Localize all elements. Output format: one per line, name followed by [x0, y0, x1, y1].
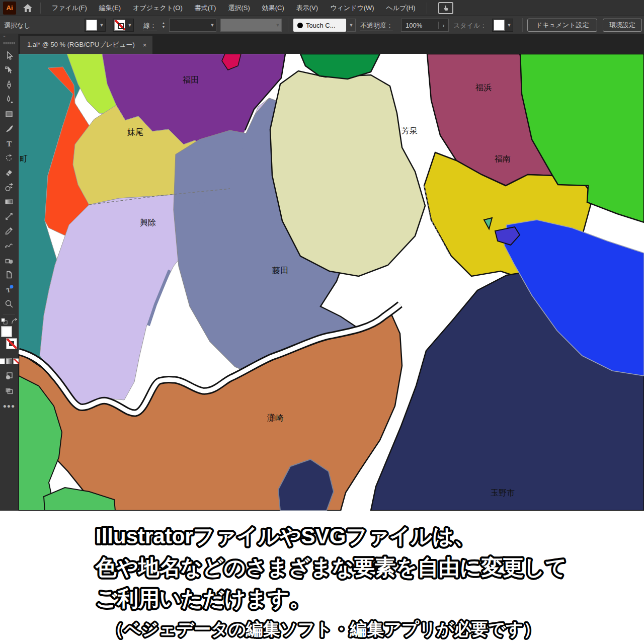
brush-definition-select[interactable]: Touch C... — [293, 19, 346, 32]
selection-tool[interactable] — [2, 48, 17, 63]
paintbrush-tool-icon — [4, 124, 14, 134]
home-button[interactable] — [20, 2, 35, 15]
touch-type-tool-icon: T — [4, 284, 14, 294]
menu-bar: Ai ファイル(F) 編集(E) オブジェクト(O) 書式(T) 選択(S) 効… — [0, 0, 644, 16]
paintbrush-tool[interactable] — [2, 121, 17, 136]
type-tool[interactable]: T — [2, 136, 17, 150]
eyedropper-tool[interactable] — [2, 223, 17, 238]
menu-help[interactable]: ヘルプ(H) — [380, 0, 422, 16]
brush-preview-icon — [297, 23, 303, 28]
map-label-fukuda: 福田 — [183, 75, 199, 84]
document-canvas[interactable]: 福田 妹尾 町 興除 藤田 灘崎 芳泉 福浜 福南 玉野市 — [19, 54, 644, 511]
brush-definition-chevron[interactable]: ▼ — [347, 19, 356, 32]
swap-fill-stroke-icon[interactable] — [10, 317, 18, 325]
caption-line-1: IllustratorファイルやSVGファイルは、 — [96, 524, 475, 548]
draw-mode-button[interactable] — [2, 368, 17, 383]
control-bar: 選択なし ▼ ▼ 線： ▲▼ ▼ ▼ Touch C... ▼ 不透明度： 10… — [0, 16, 644, 34]
stroke-color-swatch[interactable] — [114, 20, 125, 31]
default-fill-stroke-icon[interactable] — [1, 317, 8, 325]
tools-panel: » — [0, 34, 19, 511]
zoom-tool[interactable] — [2, 296, 17, 311]
brush-definition-value: Touch C... — [306, 22, 336, 29]
width-tool-icon — [4, 240, 14, 251]
rectangle-tool[interactable] — [2, 107, 17, 121]
document-setup-button[interactable]: ドキュメント設定 — [527, 19, 597, 32]
chevron-down-icon[interactable]: ▼ — [506, 23, 513, 28]
shape-builder-tool[interactable] — [2, 180, 17, 194]
preferences-button[interactable]: 環境設定 — [603, 19, 642, 32]
caption-line-3: ご利用いただけます。 — [96, 587, 310, 610]
svg-text:T: T — [7, 139, 12, 147]
selection-tool-icon — [4, 51, 14, 61]
eraser-tool[interactable] — [2, 165, 17, 180]
opacity-field[interactable]: 100% › — [401, 19, 449, 32]
map-label-kojo: 興除 — [140, 218, 156, 227]
map-label-fukuhama: 福浜 — [475, 83, 492, 92]
menu-edit[interactable]: 編集(E) — [93, 0, 127, 16]
menu-separator — [40, 3, 41, 14]
transform-tool-icon — [4, 211, 14, 221]
map-label-seno: 妹尾 — [127, 128, 143, 136]
illustrator-app-icon[interactable]: Ai — [3, 2, 16, 15]
gradient-tool-icon — [4, 197, 14, 207]
menu-items: ファイル(F) 編集(E) オブジェクト(O) 書式(T) 選択(S) 効果(C… — [46, 0, 422, 16]
transform-tool[interactable] — [2, 209, 17, 223]
rotate-tool-icon — [4, 153, 14, 163]
blend-tool[interactable] — [2, 253, 17, 267]
draw-mode-icon — [5, 371, 14, 380]
stroke-indicator[interactable] — [6, 338, 17, 349]
touch-workspace-button[interactable] — [438, 2, 453, 14]
direct-selection-tool[interactable] — [2, 63, 17, 77]
menu-file[interactable]: ファイル(F) — [46, 0, 93, 16]
rotate-tool[interactable] — [2, 150, 17, 165]
menu-window[interactable]: ウィンドウ(W) — [324, 0, 380, 16]
panel-grip-handle[interactable] — [4, 42, 15, 44]
stroke-weight-select[interactable]: ▼ — [169, 19, 216, 32]
direct-selection-tool-icon — [4, 65, 14, 75]
color-button[interactable] — [0, 358, 5, 364]
separator — [288, 18, 288, 32]
style-label: スタイル： — [453, 21, 487, 30]
fill-stroke-indicator — [1, 326, 18, 355]
stroke-color-dropdown[interactable]: ▼ — [113, 19, 134, 32]
gradient-button[interactable] — [6, 358, 12, 364]
fill-color-dropdown[interactable]: ▼ — [85, 19, 106, 32]
close-tab-icon[interactable]: × — [143, 41, 147, 49]
menu-object[interactable]: オブジェクト(O) — [127, 0, 189, 16]
caption-line-2: 色や地名などのさまざまな要素を自由に変更して — [95, 555, 567, 579]
map-label-fujita: 藤田 — [272, 266, 288, 275]
gradient-tool[interactable] — [2, 194, 17, 209]
collapse-panel-icon[interactable]: » — [0, 34, 18, 41]
menu-type[interactable]: 書式(T) — [189, 0, 222, 16]
blend-tool-icon — [4, 255, 14, 265]
chevron-down-icon: ▼ — [209, 23, 216, 28]
opacity-label[interactable]: 不透明度： — [360, 21, 393, 31]
style-dropdown[interactable]: ▼ — [492, 19, 513, 32]
chevron-down-icon[interactable]: ▼ — [126, 23, 133, 28]
chevron-down-icon[interactable]: ▼ — [98, 23, 105, 28]
width-tool[interactable] — [2, 238, 17, 253]
type-tool-icon: T — [4, 138, 14, 148]
variable-width-select[interactable]: ▼ — [220, 19, 282, 32]
document-tab[interactable]: 1.ai* @ 50 % (RGB/CPUプレビュー) × — [20, 36, 152, 54]
curvature-tool[interactable] — [2, 92, 17, 107]
fill-indicator[interactable] — [1, 326, 12, 337]
document-tab-title: 1.ai* @ 50 % (RGB/CPUプレビュー) — [27, 40, 135, 49]
screen-mode-button[interactable] — [2, 383, 17, 397]
menu-view[interactable]: 表示(V) — [290, 0, 324, 16]
opacity-value[interactable]: 100% — [401, 22, 438, 29]
opacity-expand-icon[interactable]: › — [438, 22, 448, 29]
stroke-weight-stepper[interactable]: ▲▼ — [160, 19, 167, 31]
stroke-weight-label[interactable]: 線： — [143, 21, 156, 31]
pen-tool[interactable] — [2, 77, 17, 92]
touch-hand-icon — [442, 5, 449, 12]
edit-toolbar-button[interactable]: ●●● — [3, 403, 16, 410]
style-swatch[interactable] — [494, 20, 505, 31]
touch-type-tool[interactable]: T — [2, 282, 17, 296]
artboard-tool[interactable] — [2, 267, 17, 282]
menu-effect[interactable]: 効果(C) — [256, 0, 290, 16]
fill-color-swatch[interactable] — [86, 20, 97, 31]
color-mode-buttons — [0, 358, 19, 364]
menu-select[interactable]: 選択(S) — [222, 0, 256, 16]
home-icon — [23, 4, 33, 13]
